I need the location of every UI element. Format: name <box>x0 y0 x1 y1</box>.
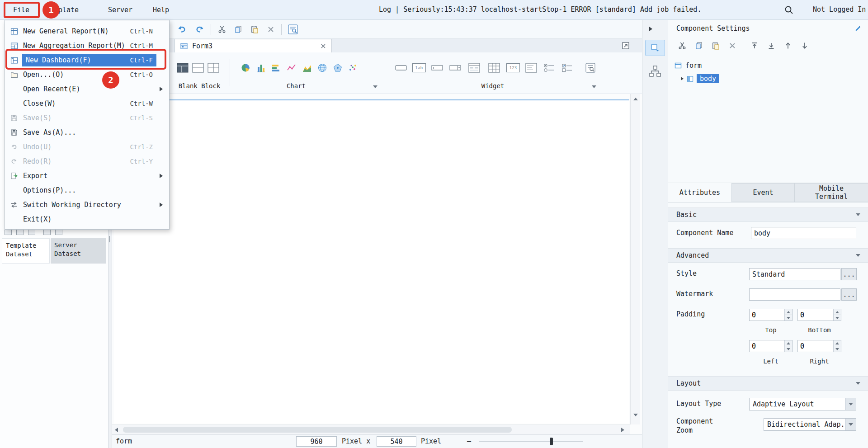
section-layout-chevron-icon[interactable] <box>856 382 860 385</box>
undo-button[interactable] <box>175 24 188 35</box>
chart-group-chevron-icon[interactable] <box>372 83 379 90</box>
padding-top-stepper[interactable] <box>749 309 793 321</box>
stepper-arrows[interactable] <box>833 309 841 321</box>
watermark-input[interactable] <box>749 288 840 301</box>
chart-scatter-icon[interactable] <box>347 62 359 73</box>
zoom-slider-track[interactable] <box>479 441 583 442</box>
section-basic-header[interactable]: Basic <box>668 207 868 222</box>
zoom-out-label[interactable]: — <box>467 437 471 445</box>
scroll-up-icon[interactable] <box>633 98 638 100</box>
redo-button[interactable] <box>193 24 206 35</box>
login-status[interactable]: Not Logged In <box>813 5 866 14</box>
component-zoom-select[interactable]: Bidirectional Adap... <box>764 418 856 431</box>
menu-item-options[interactable]: Options(P)... <box>5 183 169 198</box>
widget-checkbox-icon[interactable] <box>561 62 574 74</box>
scroll-down-icon[interactable] <box>633 414 638 416</box>
blank-block-grid-icon[interactable] <box>207 62 220 73</box>
widget-table-icon[interactable] <box>487 62 501 74</box>
expand-panel-icon[interactable] <box>647 25 654 33</box>
copy-button[interactable] <box>232 24 244 35</box>
vertical-scrollbar[interactable] <box>630 94 640 424</box>
layout-type-select[interactable]: Adaptive Layout <box>749 398 856 410</box>
tab-server-dataset[interactable]: Server Dataset <box>51 238 106 264</box>
padding-bottom-input[interactable] <box>798 309 833 321</box>
cs-cut-icon[interactable] <box>676 40 688 52</box>
menu-item-save[interactable]: Save(S) Ctrl-S <box>5 111 169 125</box>
menu-item-save-as[interactable]: Save As(A)... <box>5 125 169 140</box>
tab-attributes[interactable]: Attributes <box>668 183 731 202</box>
stepper-arrows[interactable] <box>784 340 792 352</box>
float-window-icon[interactable] <box>620 41 631 51</box>
cs-paste-icon[interactable] <box>710 40 722 52</box>
menu-item-new-general-report[interactable]: New General Report(N) Ctrl-N <box>5 24 169 38</box>
edit-pencil-icon[interactable] <box>853 24 863 33</box>
chart-bar-icon[interactable] <box>255 62 267 73</box>
move-to-top-icon[interactable] <box>749 40 760 52</box>
widget-combobox-icon[interactable] <box>448 62 462 73</box>
scroll-right-icon[interactable] <box>621 428 624 432</box>
component-settings-tool-button[interactable] <box>645 40 665 56</box>
form-body-canvas[interactable] <box>114 99 629 424</box>
section-advanced-header[interactable]: Advanced <box>668 248 868 263</box>
cut-button[interactable] <box>216 24 228 35</box>
widget-textarea-icon[interactable] <box>524 62 538 74</box>
menu-item-undo[interactable]: Undo(U) Ctrl-Z <box>5 140 169 154</box>
component-name-input[interactable] <box>751 227 856 239</box>
tab-mobile-terminal[interactable]: Mobile Terminal <box>795 183 868 202</box>
tree-node-form[interactable]: form <box>675 60 702 71</box>
move-to-bottom-icon[interactable] <box>765 40 777 52</box>
menu-item-close[interactable]: Close(W) Ctrl-W <box>5 96 169 111</box>
tab-template-dataset[interactable]: Template Dataset <box>2 238 50 264</box>
chart-radar-icon[interactable] <box>332 62 344 73</box>
widget-textfield-icon[interactable] <box>430 62 444 73</box>
widget-label-icon[interactable]: lab <box>412 63 426 72</box>
chart-pie-icon[interactable] <box>240 62 251 73</box>
style-input[interactable] <box>749 268 840 280</box>
menu-item-exit[interactable]: Exit(X) <box>5 212 169 226</box>
padding-right-input[interactable] <box>798 340 833 352</box>
move-up-icon[interactable] <box>782 40 794 52</box>
tab-form3[interactable]: Form3 <box>175 39 332 52</box>
chart-line-icon[interactable] <box>286 62 297 73</box>
section-basic-chevron-icon[interactable] <box>856 213 860 216</box>
blank-block-absolute-icon[interactable] <box>176 62 189 73</box>
layout-structure-icon[interactable] <box>647 64 663 79</box>
tab-close-icon[interactable] <box>321 43 326 49</box>
cs-delete-icon[interactable] <box>726 40 738 52</box>
chart-horizontal-bar-icon[interactable] <box>270 62 282 73</box>
padding-right-stepper[interactable] <box>797 340 841 352</box>
log-status-text[interactable]: Log | Seriously:15:43:37 localhost-start… <box>379 5 701 14</box>
component-zoom-dropdown-icon[interactable] <box>845 419 856 430</box>
section-advanced-chevron-icon[interactable] <box>856 254 860 257</box>
watermark-more-button[interactable]: ... <box>841 288 857 301</box>
widget-form-icon[interactable] <box>467 62 481 74</box>
menu-item-switch-working-directory[interactable]: Switch Working Directory <box>5 198 169 212</box>
delete-button[interactable] <box>265 24 277 35</box>
layout-type-dropdown-icon[interactable] <box>845 398 856 410</box>
section-layout-header[interactable]: Layout <box>668 376 868 391</box>
menu-help[interactable]: Help <box>147 3 175 17</box>
menu-server[interactable]: Server <box>103 3 137 17</box>
canvas-width-input[interactable] <box>296 436 337 447</box>
widget-radio-icon[interactable] <box>542 62 556 74</box>
stepper-arrows[interactable] <box>833 340 841 352</box>
splitter-handle-icon[interactable] <box>109 236 111 242</box>
scroll-left-icon[interactable] <box>115 428 118 432</box>
blank-block-horizontal-icon[interactable] <box>192 62 204 73</box>
horizontal-scrollbar[interactable] <box>112 424 630 434</box>
chart-area-icon[interactable] <box>301 62 313 73</box>
move-down-icon[interactable] <box>799 40 811 52</box>
tree-node-body[interactable]: body <box>681 73 719 84</box>
tree-expander-icon[interactable] <box>681 77 684 80</box>
menu-item-export[interactable]: Export <box>5 169 169 183</box>
chart-map-icon[interactable] <box>316 62 328 73</box>
stepper-arrows[interactable] <box>784 309 792 321</box>
menu-item-redo[interactable]: Redo(R) Ctrl-Y <box>5 154 169 169</box>
padding-top-input[interactable] <box>750 309 784 321</box>
canvas-height-input[interactable] <box>377 436 416 447</box>
style-more-button[interactable]: ... <box>841 268 857 280</box>
widget-group-chevron-icon[interactable] <box>590 83 598 90</box>
zoom-slider-handle[interactable] <box>550 438 553 445</box>
tab-event[interactable]: Event <box>731 183 795 202</box>
padding-bottom-stepper[interactable] <box>797 309 841 321</box>
